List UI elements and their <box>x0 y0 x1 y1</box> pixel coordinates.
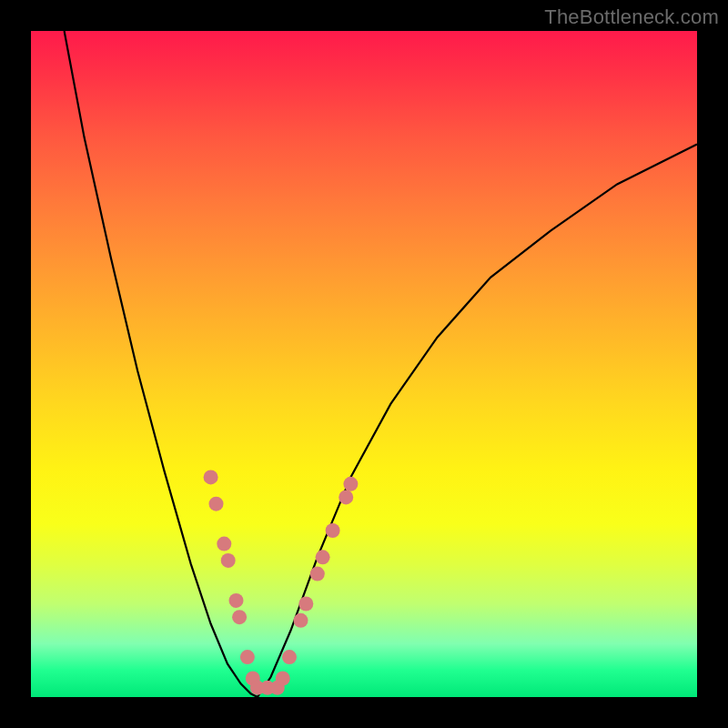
scatter-point <box>209 497 224 511</box>
scatter-point <box>339 490 353 504</box>
scatter-point <box>232 610 247 624</box>
scatter-point <box>294 613 308 628</box>
chart-frame: TheBottleneck.com <box>0 0 728 728</box>
scatter-point <box>298 597 313 612</box>
scatter-point <box>204 470 218 484</box>
scatter-point <box>217 537 231 551</box>
scatter-point <box>326 523 340 538</box>
plot-area <box>31 31 697 697</box>
scatter-point <box>282 650 297 664</box>
scatter-point <box>229 593 244 608</box>
scatter-point <box>240 650 255 664</box>
scatter-point <box>310 567 325 581</box>
left-curve <box>65 31 258 697</box>
right-curve <box>258 144 697 697</box>
scatter-point <box>221 553 236 568</box>
scatter-point <box>343 477 358 491</box>
scatter-point <box>316 550 330 564</box>
watermark-text: TheBottleneck.com <box>544 5 719 29</box>
curve-layer <box>31 31 697 697</box>
scatter-point <box>276 672 290 686</box>
